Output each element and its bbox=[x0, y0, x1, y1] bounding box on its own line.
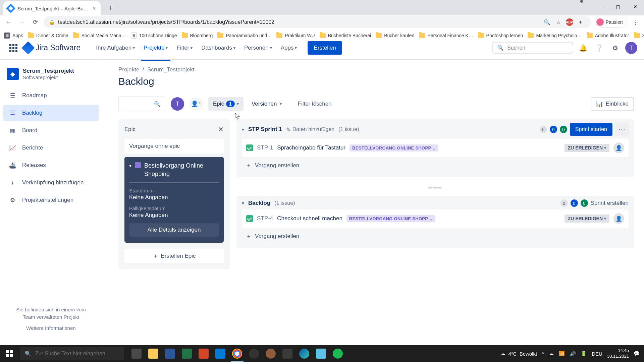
taskbar-search[interactable]: 🔍 bbox=[20, 347, 124, 360]
sidebar-backlog[interactable]: ☰Backlog bbox=[3, 105, 99, 121]
chrome-menu-icon[interactable]: ⋮ bbox=[631, 17, 641, 27]
search-input[interactable] bbox=[507, 45, 574, 51]
notepad-icon[interactable] bbox=[313, 345, 329, 362]
jira-logo[interactable]: Jira Software bbox=[23, 43, 80, 53]
help-icon[interactable]: ❔ bbox=[593, 42, 605, 54]
wifi-icon[interactable]: 📶 bbox=[558, 351, 565, 357]
obs-icon[interactable] bbox=[246, 345, 262, 362]
tab-close-icon[interactable]: × bbox=[93, 5, 96, 11]
notifications-icon[interactable]: 💬 bbox=[634, 351, 640, 357]
more-icon[interactable]: ⋯ bbox=[615, 123, 629, 136]
address-bar[interactable]: 🔒 testdeutsch1.atlassian.net/jira/softwa… bbox=[44, 16, 591, 28]
sidebar-releases[interactable]: 🚢Releases bbox=[3, 157, 99, 173]
chevron-down-icon[interactable]: ▾ bbox=[242, 200, 244, 206]
issue-epic-tag[interactable]: BESTELLVORGANG ONLINE SHOPP… bbox=[350, 144, 438, 152]
chevron-down-icon[interactable]: ▾ bbox=[242, 127, 244, 132]
epic-progress-bar bbox=[129, 182, 219, 183]
volume-icon[interactable]: 🔊 bbox=[570, 351, 576, 357]
zoom-icon[interactable]: 🔍 bbox=[543, 18, 551, 26]
chrome-icon[interactable] bbox=[229, 345, 246, 362]
explorer-icon[interactable] bbox=[145, 345, 162, 362]
version-filter[interactable]: Versionen▾ bbox=[249, 97, 284, 111]
forward-button[interactable]: → bbox=[17, 17, 27, 27]
create-button[interactable]: Erstellen bbox=[308, 41, 342, 55]
status-dropdown[interactable]: ZU ERLEDIGEN ▾ bbox=[565, 144, 609, 152]
sidebar-add-link[interactable]: ＋Verknüpfung hinzufügen bbox=[3, 175, 99, 191]
backlog-search[interactable]: 🔍 bbox=[118, 97, 165, 111]
add-dates-button[interactable]: ✎ Daten hinzufügen bbox=[286, 126, 334, 133]
breadcrumb-root[interactable]: Projekte bbox=[118, 66, 139, 73]
create-sprint-button[interactable]: Sprint erstellen bbox=[591, 200, 629, 206]
account-dot-icon[interactable] bbox=[580, 0, 583, 3]
resize-handle[interactable]: ═══ bbox=[236, 182, 634, 196]
spotify-icon[interactable] bbox=[329, 345, 346, 362]
browser-tab[interactable]: Scrum_Testprojekt – Agile-Board × bbox=[3, 1, 101, 15]
sidebar-reports[interactable]: 📈Berichte bbox=[3, 140, 99, 156]
word-icon[interactable] bbox=[162, 345, 178, 362]
filter-avatar[interactable]: T bbox=[171, 97, 184, 111]
taskbar-search-input[interactable] bbox=[35, 351, 119, 357]
issue-row[interactable]: STP-4 Checkout schnell machen BESTELLVOR… bbox=[242, 209, 629, 228]
tray-chevron-icon[interactable]: ^ bbox=[542, 351, 544, 357]
profile-pill[interactable]: Pausiert bbox=[595, 17, 627, 27]
epic-filter[interactable]: Epic 1 ▾ bbox=[208, 97, 244, 111]
sidebar-roadmap[interactable]: ☰Roadmap bbox=[3, 87, 99, 104]
settings-icon[interactable]: ⚙ bbox=[609, 42, 621, 54]
insights-button[interactable]: 📊 Einblicke bbox=[591, 97, 634, 111]
new-tab-button[interactable]: + bbox=[105, 2, 117, 14]
clock[interactable]: 14:45 30.11.2021 bbox=[607, 348, 629, 359]
search-box[interactable]: 🔍 bbox=[492, 42, 573, 54]
nav-apps[interactable]: Apps▾ bbox=[278, 42, 300, 54]
create-epic-button[interactable]: ＋ Erstellen Epic bbox=[124, 249, 224, 263]
status-dropdown[interactable]: ZU ERLEDIGEN ▾ bbox=[565, 215, 609, 223]
reload-button[interactable]: ⟳ bbox=[30, 17, 40, 27]
edge-icon[interactable] bbox=[296, 345, 313, 362]
nav-your-work[interactable]: Ihre Aufgaben▾ bbox=[93, 42, 138, 54]
notifications-icon[interactable]: 🔔 bbox=[577, 42, 589, 54]
abp-icon[interactable]: ABP bbox=[566, 18, 573, 26]
minimize-button[interactable]: ─ bbox=[592, 0, 609, 13]
app-switcher-icon[interactable] bbox=[7, 41, 20, 55]
epic-details-button[interactable]: Alle Details anzeigen bbox=[129, 223, 219, 237]
star-icon[interactable]: ☆ bbox=[554, 18, 562, 26]
assignee-avatar[interactable]: 👤 bbox=[613, 213, 624, 224]
chevron-down-icon[interactable]: ▾ bbox=[129, 163, 131, 168]
back-button[interactable]: ← bbox=[3, 17, 13, 27]
extensions-icon[interactable]: ✦ bbox=[577, 18, 585, 26]
nav-filters[interactable]: Filter▾ bbox=[174, 42, 195, 54]
start-button[interactable] bbox=[0, 345, 19, 362]
user-avatar[interactable]: T bbox=[625, 42, 637, 54]
sidebar-board[interactable]: ▦Board bbox=[3, 122, 99, 138]
issue-row[interactable]: STP-1 Spracheingabe für Tastatur BESTELL… bbox=[242, 139, 629, 157]
issues-without-epic[interactable]: Vorgänge ohne epic bbox=[124, 139, 224, 154]
nav-projects[interactable]: Projekte▾ bbox=[141, 42, 170, 54]
start-sprint-button[interactable]: Sprint starten bbox=[570, 123, 612, 136]
mail-icon[interactable] bbox=[212, 345, 229, 362]
nav-dashboards[interactable]: Dashboards▾ bbox=[199, 42, 238, 54]
sidebar-settings[interactable]: ⚙Projekteinstellungen bbox=[3, 192, 99, 208]
app-icon[interactable] bbox=[262, 345, 279, 362]
add-people-button[interactable]: 👤⁺ bbox=[190, 97, 203, 111]
epic-card[interactable]: ▾ Bestellvorgang Online Shopping Startda… bbox=[124, 157, 224, 243]
weather-widget[interactable]: ☁ 4°C Bewölkt bbox=[500, 351, 537, 357]
breadcrumb-project[interactable]: Scrum_Testprojekt bbox=[147, 66, 195, 73]
close-icon[interactable]: ✕ bbox=[218, 125, 224, 133]
nav-people[interactable]: Personen▾ bbox=[241, 42, 275, 54]
close-window-button[interactable]: ✕ bbox=[627, 0, 644, 13]
sidebar-footer-link[interactable]: Weitere Informationen bbox=[10, 324, 92, 332]
powerpoint-icon[interactable] bbox=[195, 345, 212, 362]
maximize-button[interactable]: ▢ bbox=[609, 0, 627, 13]
create-issue-button[interactable]: ＋ Vorgang erstellen bbox=[242, 229, 629, 243]
issue-epic-tag[interactable]: BESTELLVORGANG ONLINE SHOPP… bbox=[346, 215, 435, 222]
sprint-section: ▾ STP Sprint 1 ✎ Daten hinzufügen (1 iss… bbox=[236, 119, 634, 177]
weather-icon: ☁ bbox=[500, 351, 505, 357]
onedrive-icon[interactable]: ☁ bbox=[549, 351, 554, 357]
task-view-icon[interactable] bbox=[128, 345, 145, 362]
assignee-avatar[interactable]: 👤 bbox=[613, 142, 624, 153]
excel-icon[interactable] bbox=[178, 345, 195, 362]
create-issue-button[interactable]: ＋ Vorgang erstellen bbox=[242, 158, 629, 173]
battery-icon[interactable]: 🔋 bbox=[581, 351, 587, 357]
clear-filter[interactable]: Filter löschen bbox=[298, 101, 332, 107]
app-icon[interactable] bbox=[279, 345, 296, 362]
language-indicator[interactable]: DEU bbox=[592, 351, 602, 357]
